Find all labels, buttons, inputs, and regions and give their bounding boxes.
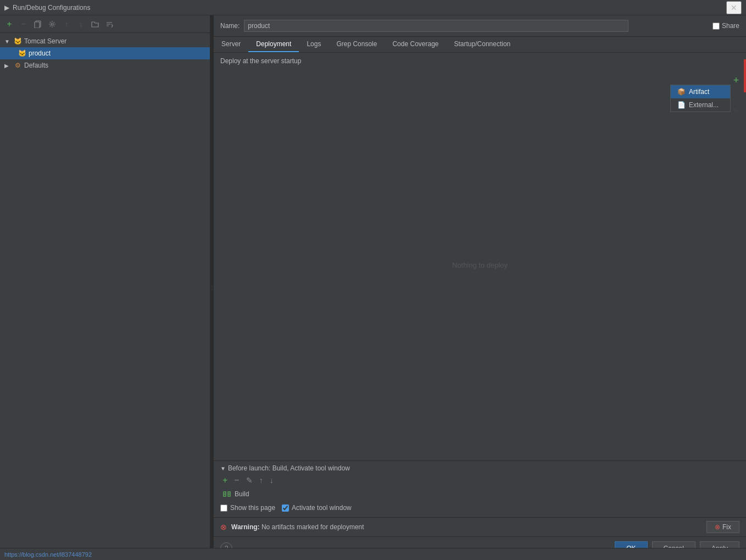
activate-tool-label: Activate tool window xyxy=(292,504,352,512)
tabs-row: Server Deployment Logs Grep Console Code… xyxy=(214,37,746,53)
deploy-list-area: Nothing to deploy + 📦 Artifact 📄 Externa… xyxy=(214,69,746,461)
svg-point-2 xyxy=(51,23,53,25)
tab-code-coverage[interactable]: Code Coverage xyxy=(385,37,446,52)
close-button[interactable]: ✕ xyxy=(726,1,742,14)
before-launch-label: Before launch: Build, Activate tool wind… xyxy=(228,464,350,472)
expand-arrow: ▼ xyxy=(4,38,11,45)
deployment-content: Deploy at the server startup Nothing to … xyxy=(214,53,746,536)
left-toolbar: + − ↑ ↓ xyxy=(0,15,210,33)
empty-deploy-text: Nothing to deploy xyxy=(452,261,508,269)
before-launch-toolbar: + − ✎ ↑ ↓ xyxy=(220,474,739,486)
share-label: Share xyxy=(722,22,739,30)
copy-config-button[interactable] xyxy=(32,18,44,30)
build-item: Build xyxy=(220,489,739,500)
deploy-header: Deploy at the server startup xyxy=(214,53,746,69)
warning-body: No artifacts marked for deployment xyxy=(260,523,364,531)
external-label: External... xyxy=(689,101,719,109)
warning-prefix: Warning: xyxy=(231,523,260,531)
svg-rect-4 xyxy=(227,491,231,497)
red-stripe xyxy=(744,59,746,92)
tree-product-item[interactable]: 🐱 product xyxy=(0,47,210,59)
warning-bar: ⊗ Warning: No artifacts marked for deplo… xyxy=(214,517,746,536)
tab-server[interactable]: Server xyxy=(214,37,248,52)
add-config-button[interactable]: + xyxy=(3,18,15,30)
defaults-label: Defaults xyxy=(24,62,48,69)
config-tree: ▼ 🐱 Tomcat Server 🐱 product ▶ ⚙ Defaults xyxy=(0,33,210,560)
fix-icon: ⊗ xyxy=(715,523,720,531)
show-page-label: Show this page xyxy=(230,504,275,512)
show-page-checkbox[interactable] xyxy=(220,504,227,512)
show-page-checkbox-item: Show this page xyxy=(220,504,275,512)
svg-rect-6 xyxy=(224,495,225,496)
right-panel: Name: Share Server Deployment Logs Grep … xyxy=(214,15,746,560)
folder-button[interactable] xyxy=(89,18,101,30)
warning-text: Warning: No artifacts marked for deploym… xyxy=(231,523,364,531)
status-url[interactable]: https://blog.csdn.net/l837448792 xyxy=(4,551,92,558)
tree-tomcat-server[interactable]: ▼ 🐱 Tomcat Server xyxy=(0,35,210,47)
name-input[interactable] xyxy=(244,20,628,32)
share-checkbox[interactable] xyxy=(712,23,720,30)
svg-rect-3 xyxy=(223,491,226,497)
tomcat-icon: 🐱 xyxy=(13,37,22,46)
before-launch-header: ▼ Before launch: Build, Activate tool wi… xyxy=(220,464,739,472)
defaults-icon: ⚙ xyxy=(13,61,22,70)
before-launch-collapse-arrow[interactable]: ▼ xyxy=(220,465,226,472)
fix-button[interactable]: ⊗ Fix xyxy=(706,521,739,533)
tab-startup-connection[interactable]: Startup/Connection xyxy=(447,37,519,52)
name-label: Name: xyxy=(220,22,240,30)
window-title: Run/Debug Configurations xyxy=(13,4,90,12)
svg-rect-5 xyxy=(224,492,225,494)
edit-deploy-button[interactable]: ✎ xyxy=(730,104,743,118)
move-down-button[interactable]: ↓ xyxy=(75,18,87,30)
tomcat-label: Tomcat Server xyxy=(24,37,66,45)
app-icon: ▶ xyxy=(4,4,9,12)
svg-rect-1 xyxy=(35,22,40,28)
bl-down-button[interactable]: ↓ xyxy=(268,475,276,486)
product-icon: 🐱 xyxy=(18,49,26,58)
bl-add-button[interactable]: + xyxy=(220,474,230,486)
sort-button[interactable] xyxy=(103,18,115,30)
artifact-label: Artifact xyxy=(689,88,709,96)
activate-tool-checkbox[interactable] xyxy=(282,504,289,512)
bl-up-button[interactable]: ↑ xyxy=(257,475,265,486)
settings-config-button[interactable] xyxy=(46,18,58,30)
defaults-expand-arrow: ▶ xyxy=(4,63,11,69)
tree-defaults-item[interactable]: ▶ ⚙ Defaults xyxy=(0,59,210,71)
move-down-deploy-button[interactable]: ↓ xyxy=(730,89,743,102)
before-launch-section: ▼ Before launch: Build, Activate tool wi… xyxy=(214,461,746,517)
artifact-icon: 📦 xyxy=(677,88,686,96)
bl-edit-button[interactable]: ✎ xyxy=(244,475,255,486)
external-icon: 📄 xyxy=(677,101,686,109)
svg-rect-7 xyxy=(229,492,230,494)
fix-label: Fix xyxy=(722,523,731,531)
name-row: Name: Share xyxy=(214,15,746,37)
remove-config-button[interactable]: − xyxy=(18,18,30,30)
artifact-option[interactable]: 📦 Artifact xyxy=(671,85,730,98)
svg-rect-8 xyxy=(229,495,230,496)
tab-grep-console[interactable]: Grep Console xyxy=(329,37,385,52)
left-panel: + − ↑ ↓ xyxy=(0,15,210,560)
deploy-side-buttons: + 📦 Artifact 📄 External... ↓ ✎ xyxy=(726,69,746,122)
warning-icon: ⊗ xyxy=(220,523,227,531)
title-bar: ▶ Run/Debug Configurations ✕ xyxy=(0,0,746,15)
bl-remove-button[interactable]: − xyxy=(232,474,241,486)
tab-deployment[interactable]: Deployment xyxy=(248,37,299,52)
build-label: Build xyxy=(235,490,249,498)
tab-logs[interactable]: Logs xyxy=(299,37,329,52)
activate-tool-checkbox-item: Activate tool window xyxy=(282,504,352,512)
add-deploy-button[interactable]: + xyxy=(730,74,743,87)
build-icon xyxy=(222,490,231,498)
product-label: product xyxy=(29,49,51,57)
status-bar: https://blog.csdn.net/l837448792 xyxy=(0,548,746,560)
checkboxes-row: Show this page Activate tool window xyxy=(220,502,739,514)
move-up-button[interactable]: ↑ xyxy=(60,18,73,30)
external-option[interactable]: 📄 External... xyxy=(671,98,730,112)
artifact-dropdown: 📦 Artifact 📄 External... xyxy=(670,85,731,112)
